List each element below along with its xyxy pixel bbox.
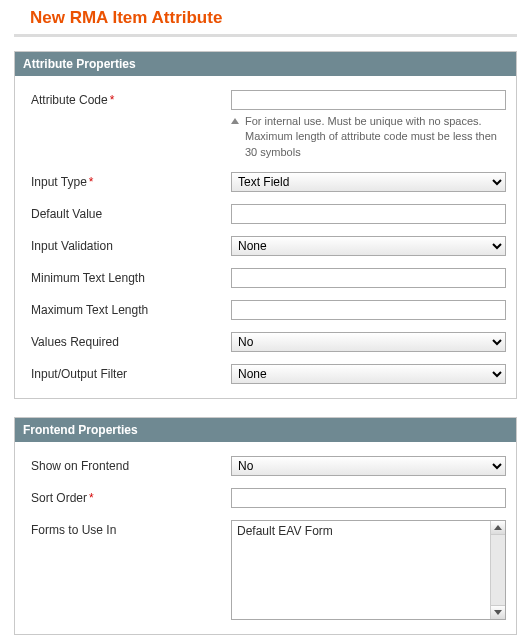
section-frontend-properties: Frontend Properties Show on Frontend No … xyxy=(14,417,517,635)
row-default-value: Default Value xyxy=(31,204,506,224)
row-input-type: Input Type* Text Field xyxy=(31,172,506,192)
required-star: * xyxy=(89,491,94,505)
input-default-value[interactable] xyxy=(231,204,506,224)
label-default-value: Default Value xyxy=(31,204,231,221)
page-title: New RMA Item Attribute xyxy=(0,0,531,34)
select-io-filter[interactable]: None xyxy=(231,364,506,384)
label-io-filter: Input/Output Filter xyxy=(31,364,231,381)
row-io-filter: Input/Output Filter None xyxy=(31,364,506,384)
section-header-attr: Attribute Properties xyxy=(15,52,516,76)
label-values-required: Values Required xyxy=(31,332,231,349)
scroll-down-button[interactable] xyxy=(491,605,505,619)
label-min-text-length: Minimum Text Length xyxy=(31,268,231,285)
row-input-validation: Input Validation None xyxy=(31,236,506,256)
row-max-text-length: Maximum Text Length xyxy=(31,300,506,320)
label-sort-order: Sort Order* xyxy=(31,488,231,505)
row-min-text-length: Minimum Text Length xyxy=(31,268,506,288)
label-forms-to-use: Forms to Use In xyxy=(31,520,231,537)
helper-arrow-icon xyxy=(231,118,239,124)
chevron-up-icon xyxy=(494,525,502,530)
row-attribute-code: Attribute Code* For internal use. Must b… xyxy=(31,90,506,160)
input-max-text-length[interactable] xyxy=(231,300,506,320)
row-sort-order: Sort Order* xyxy=(31,488,506,508)
title-divider xyxy=(14,34,517,37)
label-attribute-code: Attribute Code* xyxy=(31,90,231,107)
label-input-type: Input Type* xyxy=(31,172,231,189)
section-attribute-properties: Attribute Properties Attribute Code* For… xyxy=(14,51,517,399)
input-min-text-length[interactable] xyxy=(231,268,506,288)
listbox-scrollbar[interactable] xyxy=(490,521,505,619)
listbox-item[interactable]: Default EAV Form xyxy=(232,521,505,541)
helper-attribute-code: For internal use. Must be unique with no… xyxy=(245,114,506,160)
row-values-required: Values Required No xyxy=(31,332,506,352)
select-show-frontend[interactable]: No xyxy=(231,456,506,476)
listbox-forms[interactable]: Default EAV Form xyxy=(231,520,506,620)
select-values-required[interactable]: No xyxy=(231,332,506,352)
label-input-validation: Input Validation xyxy=(31,236,231,253)
input-attribute-code[interactable] xyxy=(231,90,506,110)
required-star: * xyxy=(110,93,115,107)
section-header-frontend: Frontend Properties xyxy=(15,418,516,442)
label-show-frontend: Show on Frontend xyxy=(31,456,231,473)
row-forms-to-use: Forms to Use In Default EAV Form xyxy=(31,520,506,620)
row-show-frontend: Show on Frontend No xyxy=(31,456,506,476)
label-max-text-length: Maximum Text Length xyxy=(31,300,231,317)
scroll-up-button[interactable] xyxy=(491,521,505,535)
chevron-down-icon xyxy=(494,610,502,615)
select-input-validation[interactable]: None xyxy=(231,236,506,256)
input-sort-order[interactable] xyxy=(231,488,506,508)
required-star: * xyxy=(89,175,94,189)
select-input-type[interactable]: Text Field xyxy=(231,172,506,192)
